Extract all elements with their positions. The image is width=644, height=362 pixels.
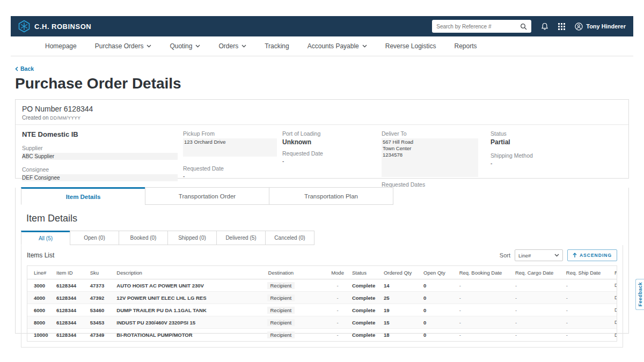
col-open-qty[interactable]: Open Qty (421, 270, 457, 276)
app-grid-icon[interactable] (558, 23, 565, 30)
items-list-label: Items List (27, 252, 54, 259)
col-ordered-qty[interactable]: Ordered Qty (382, 270, 421, 276)
col-mode[interactable]: Mode (325, 270, 350, 276)
main-navigation: Homepage Purchase Orders Quoting Orders … (11, 36, 633, 56)
table-row[interactable]: 8000 6128344 53453 INDUST PU 230/460V 23… (27, 316, 617, 329)
chrobinson-hexagon-icon (18, 20, 30, 33)
filter-tab-shipped[interactable]: Shipped (0) (167, 231, 217, 245)
filter-tab-delivered[interactable]: Delivered (5) (216, 231, 266, 245)
sort-direction-button[interactable]: ASCENDING (567, 249, 617, 261)
order-type: NTE Domestic IB (22, 130, 183, 138)
shipping-method-label: Shipping Method (491, 152, 614, 159)
nav-accounts-payable[interactable]: Accounts Payable (308, 42, 367, 50)
brand-logo[interactable]: C.H. ROBINSON (18, 20, 91, 33)
po-summary-card: PO Number 6128344 Created on DD/MM/YYYY … (15, 99, 629, 179)
summary-col-port: Port of Loading Unknown Requested Date - (282, 130, 382, 195)
tab-item-details[interactable]: Item Details (21, 187, 145, 205)
sort-label: Sort (500, 252, 510, 258)
nav-reports[interactable]: Reports (455, 42, 477, 50)
port-requested-date-label: Requested Date (282, 150, 382, 157)
table-row[interactable]: 6000 6128344 53460 DUMP TRAILER PU DA 1.… (27, 304, 617, 316)
status-filter-tabs: All (5) Open (0) Booked (0) Shipped (0) … (16, 231, 628, 245)
nav-tracking[interactable]: Tracking (265, 42, 289, 50)
filter-tab-all[interactable]: All (5) (21, 231, 70, 245)
chevron-left-icon (15, 67, 18, 71)
sort-field-select[interactable]: Line# (515, 249, 563, 261)
created-on: Created on DD/MM/YYYY (22, 115, 622, 121)
col-item-id[interactable]: Item ID (54, 270, 88, 276)
chevron-down-icon (195, 45, 200, 48)
supplier-value: ABC Supplier (22, 153, 178, 160)
filter-tab-booked[interactable]: Booked (0) (119, 231, 168, 245)
arrow-up-icon (573, 253, 577, 258)
status-value: Partial (491, 138, 614, 146)
reference-search[interactable] (432, 20, 531, 33)
po-number: PO Number 6128344 (22, 105, 622, 113)
consignee-label: Consignee (22, 166, 183, 173)
port-requested-date-value: - (282, 158, 382, 164)
chevron-down-icon (362, 45, 367, 48)
pickup-from-value: 123 Orchard Drive (183, 138, 277, 157)
pickup-requested-date-label: Requested Date (183, 165, 282, 172)
filter-tab-open[interactable]: Open (0) (70, 231, 119, 245)
purchase-order-details-page: C.H. ROBINSON (0, 0, 644, 362)
summary-col-status: Status Partial Shipping Method - (491, 130, 614, 195)
brand-name: C.H. ROBINSON (34, 23, 91, 31)
supplier-label: Supplier (22, 145, 183, 151)
main-tabs: Item Details Transportation Order Transp… (16, 187, 628, 205)
table-row[interactable]: 4000 6128344 47392 12V POWER UNIT ELEC L… (27, 292, 617, 304)
top-navbar: C.H. ROBINSON (11, 16, 633, 36)
filter-tab-canceled[interactable]: Canceled (0) (265, 231, 314, 245)
nav-quoting[interactable]: Quoting (170, 42, 200, 50)
summary-col-pickup: Pickup From 123 Orchard Drive Requested … (183, 130, 282, 195)
search-icon[interactable] (520, 23, 527, 30)
user-menu[interactable]: Tony Hinderer (575, 23, 626, 31)
col-status[interactable]: Status (350, 270, 382, 276)
summary-col-parties: NTE Domestic IB Supplier ABC Supplier Co… (22, 130, 183, 195)
summary-col-deliver: Deliver To 567 Hill Road Town Center 123… (382, 130, 491, 195)
col-description[interactable]: Description (114, 270, 236, 276)
pickup-from-label: Pickup From (183, 130, 282, 137)
col-req-booking[interactable]: Req. Booking Date (457, 270, 513, 276)
port-of-loading-label: Port of Loading (282, 130, 382, 137)
col-destination[interactable]: Destination (236, 270, 325, 276)
shipping-method-value: - (491, 160, 614, 166)
port-of-loading-value: Unknown (282, 138, 382, 146)
col-sku[interactable]: Sku (88, 270, 115, 276)
nav-homepage[interactable]: Homepage (45, 42, 77, 50)
nav-reverse-logistics[interactable]: Reverse Logistics (385, 42, 436, 50)
nav-purchase-orders[interactable]: Purchase Orders (95, 42, 152, 50)
chevron-down-icon (554, 254, 559, 257)
tab-transportation-plan[interactable]: Transportation Plan (269, 187, 393, 205)
deliver-to-value: 567 Hill Road Town Center 1234578 (382, 138, 478, 177)
tab-transportation-order[interactable]: Transportation Order (145, 187, 269, 205)
col-line[interactable]: Line# (27, 270, 54, 276)
deliver-to-label: Deliver To (382, 130, 491, 137)
notifications-bell-icon[interactable] (541, 23, 548, 31)
col-req-ship[interactable]: Req. Ship Date (564, 270, 612, 276)
items-list-panel: Items List Sort Line# ASCENDING Line# (21, 245, 623, 348)
feedback-button[interactable]: Feedback (635, 279, 644, 310)
consignee-value: DEF Consignee (22, 174, 178, 181)
item-details-heading: Item Details (26, 213, 628, 224)
items-table-header: Line# Item ID Sku Description Destinatio… (27, 266, 617, 279)
chevron-down-icon (147, 45, 151, 48)
back-link[interactable]: Back (15, 65, 34, 72)
user-name: Tony Hinderer (586, 23, 626, 29)
nav-orders[interactable]: Orders (218, 42, 246, 50)
page-title: Purchase Order Details (15, 75, 181, 92)
table-row[interactable]: 3000 6128344 47373 AUTO HOIST AC POWER U… (27, 279, 617, 292)
col-req-delivery[interactable]: Req. Delivery Date (612, 270, 617, 276)
search-input[interactable] (436, 24, 520, 29)
po-detail-tabs-card: Item Details Transportation Order Transp… (15, 188, 629, 334)
chevron-down-icon (241, 45, 246, 48)
table-row[interactable]: 10000 6128344 47349 BI-ROTATIONAL PUMP/M… (27, 329, 617, 341)
items-table: Line# Item ID Sku Description Destinatio… (27, 265, 617, 342)
user-avatar-icon (575, 23, 583, 31)
pickup-requested-date-value: - (183, 173, 282, 179)
col-req-cargo[interactable]: Req. Cargo Date (513, 270, 564, 276)
status-label: Status (491, 130, 614, 137)
